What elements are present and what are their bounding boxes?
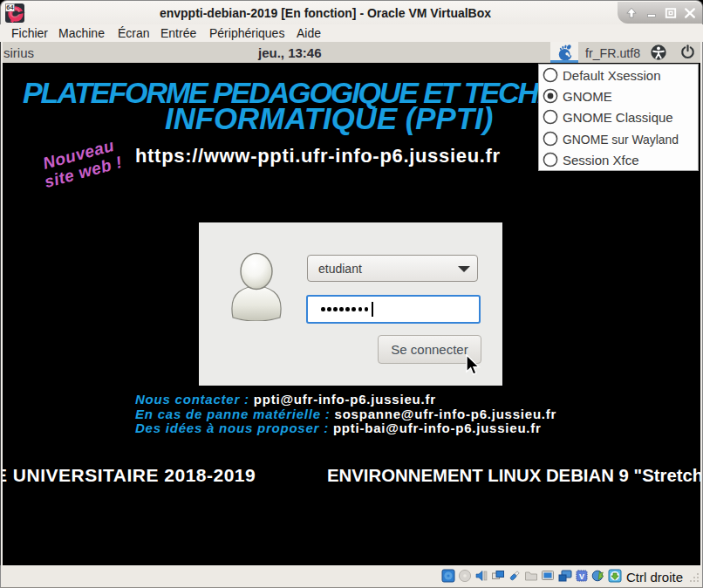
svg-text:V: V — [579, 572, 584, 581]
svg-text:64: 64 — [6, 3, 14, 11]
